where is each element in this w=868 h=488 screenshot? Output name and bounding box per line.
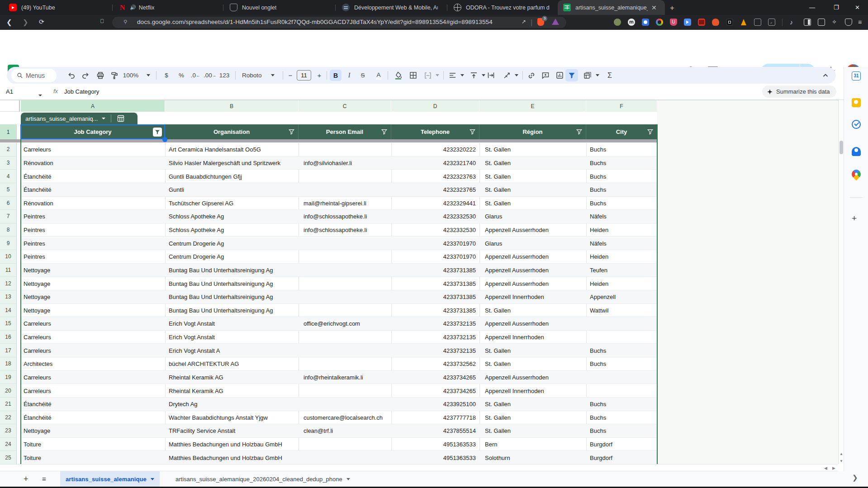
row-header-17[interactable]: 17	[0, 344, 17, 357]
extension-icon-5[interactable]: U	[670, 19, 677, 26]
cell-F11[interactable]: Teufen	[586, 264, 657, 277]
font-dropdown-icon[interactable]	[268, 67, 277, 84]
extension-icon-2[interactable]: m	[628, 19, 635, 26]
column-a-filter-button[interactable]	[153, 128, 162, 137]
sidebar-icon[interactable]	[804, 19, 811, 26]
cell-D25[interactable]: 4951363533	[391, 451, 479, 464]
cell-C15[interactable]: office@erichvogt.com	[299, 317, 391, 331]
cell-E13[interactable]: Appenzell Innerrhoden	[479, 290, 586, 304]
row-header-6[interactable]: 6	[0, 197, 17, 210]
cell-F21[interactable]: Buchs	[586, 398, 657, 411]
increase-decimal-button[interactable]: .00→	[203, 67, 217, 84]
browser-tab-newtab[interactable]: Nouvel onglet	[224, 0, 333, 15]
window-maximize-button[interactable]: ❐	[834, 4, 839, 11]
cell-B22[interactable]: Wachter Bauabdichtungs Anstalt Yjgw	[165, 411, 299, 425]
calendar-icon[interactable]: 31	[852, 71, 861, 81]
cell-E4[interactable]: St. Gallen	[479, 170, 586, 183]
redo-button[interactable]	[79, 67, 92, 84]
contacts-icon[interactable]	[852, 147, 861, 156]
back-icon[interactable]: ❮	[6, 18, 12, 26]
cell-D18[interactable]: 4233732562	[391, 357, 479, 371]
site-settings-icon[interactable]: ⚲	[123, 19, 127, 25]
cell-A22[interactable]: Étanchéité	[21, 411, 165, 425]
increase-font-size-button[interactable]: +	[314, 67, 325, 84]
cell-E11[interactable]: Appenzell Ausserrhoden	[479, 264, 586, 277]
extensions-puzzle-icon[interactable]	[754, 19, 761, 26]
cell-D10[interactable]: 4233701970	[391, 250, 479, 264]
cell-F20[interactable]	[586, 384, 657, 398]
row-header-4[interactable]: 4	[0, 170, 17, 183]
cell-B15[interactable]: Erich Vogt Anstalt	[165, 317, 299, 331]
table-views-button[interactable]	[581, 67, 594, 84]
filter-button-active[interactable]	[565, 69, 578, 81]
row-header-23[interactable]: 23	[0, 424, 17, 438]
name-box[interactable]: A1	[6, 88, 13, 95]
table-header-3[interactable]: Person Email	[299, 124, 391, 139]
share-page-icon[interactable]: ↗	[522, 19, 526, 25]
cell-B19[interactable]: Rheintal Keramik AG	[165, 371, 299, 384]
cell-F19[interactable]	[586, 371, 657, 384]
sheet-tab-dropdown-icon[interactable]	[151, 478, 154, 480]
cell-F25[interactable]: Burgdorf	[586, 451, 657, 464]
cell-A12[interactable]: Nettoyage	[21, 277, 165, 290]
bookmark-icon[interactable]: ⎕	[100, 18, 104, 24]
cell-C25[interactable]	[299, 451, 391, 464]
cell-B11[interactable]: Buntag Bau Und Unterhaltsreinigung Ag	[165, 264, 299, 277]
cell-F4[interactable]: Buchs	[586, 170, 657, 183]
insert-link-button[interactable]	[525, 67, 538, 84]
cell-A7[interactable]: Peintres	[21, 210, 165, 223]
browser-tab-youtube[interactable]: (49) YouTube	[4, 0, 112, 15]
cell-C2[interactable]	[299, 143, 391, 156]
column-header-E[interactable]: E	[479, 100, 586, 112]
cell-A10[interactable]: Peintres	[21, 250, 165, 264]
cell-C18[interactable]	[299, 357, 391, 371]
cell-F17[interactable]: Buchs	[586, 344, 657, 357]
merge-dropdown-icon[interactable]	[434, 67, 441, 84]
sheet-tab-dropdown-icon[interactable]	[346, 478, 350, 480]
cell-A17[interactable]: Carreleurs	[21, 344, 165, 357]
cell-E3[interactable]: St. Gallen	[479, 156, 586, 170]
cell-A15[interactable]: Carreleurs	[21, 317, 165, 331]
cell-A24[interactable]: Toiture	[21, 438, 165, 451]
extension-icon-6[interactable]	[684, 19, 691, 26]
cell-D22[interactable]: 4237777718	[391, 411, 479, 425]
extension-icon-cone[interactable]	[740, 19, 747, 26]
cell-B20[interactable]: Rheintal Keramik AG	[165, 384, 299, 398]
cell-D3[interactable]: 4232321740	[391, 156, 479, 170]
cell-B7[interactable]: Schloss Apotheke Ag	[165, 210, 299, 223]
cell-B5[interactable]: Guntli	[165, 183, 299, 197]
table-grid-icon[interactable]	[117, 115, 124, 122]
select-all-corner[interactable]	[0, 100, 20, 112]
cell-F2[interactable]: Buchs	[586, 143, 657, 156]
table-name-chip[interactable]: artisans_suisse_alemaniq...	[21, 113, 138, 124]
text-rotation-button[interactable]	[501, 67, 513, 84]
row-header-9[interactable]: 9	[0, 237, 17, 250]
row-header-12[interactable]: 12	[0, 277, 17, 290]
cell-A4[interactable]: Étanchéité	[21, 170, 165, 183]
cell-A20[interactable]: Carreleurs	[21, 384, 165, 398]
cell-F24[interactable]: Burgdorf	[586, 438, 657, 451]
cell-B23[interactable]: TRFacility Service Anstalt	[165, 424, 299, 438]
cell-B24[interactable]: Matthies Bedachungen und Holzbau GmbH	[165, 438, 299, 451]
cell-A8[interactable]: Peintres	[21, 223, 165, 237]
url-field[interactable]: ⚲ docs.google.com/spreadsheets/d/1-HdMn5…	[112, 17, 566, 28]
cell-C19[interactable]: info@rheintalkeramik.li	[299, 371, 391, 384]
cell-C24[interactable]	[299, 438, 391, 451]
cell-E20[interactable]: Appenzell Innerrhoden	[479, 384, 586, 398]
cell-A18[interactable]: Architectes	[21, 357, 165, 371]
vertical-scrollbar[interactable]: ▲ ▼	[838, 100, 844, 464]
cell-A2[interactable]: Carreleurs	[21, 143, 165, 156]
cell-E2[interactable]: St. Gallen	[479, 143, 586, 156]
cell-B2[interactable]: Art Ceramica Handelsanstalt Oo5G	[165, 143, 299, 156]
all-sheets-button[interactable]: ≡	[42, 475, 46, 483]
cell-E5[interactable]: St. Gallen	[479, 183, 586, 197]
tab-close-icon[interactable]: ✕	[651, 4, 657, 11]
brave-rewards-icon[interactable]	[552, 19, 559, 25]
cell-D7[interactable]: 4232332530	[391, 210, 479, 223]
cell-A6[interactable]: Rénovation	[21, 197, 165, 210]
cell-E23[interactable]: St. Gallen	[479, 424, 586, 438]
column-header-A[interactable]: A	[21, 100, 165, 112]
filter-icon[interactable]	[289, 129, 294, 135]
keep-icon[interactable]	[852, 98, 861, 107]
brave-shields-icon[interactable]: 3	[537, 18, 544, 26]
